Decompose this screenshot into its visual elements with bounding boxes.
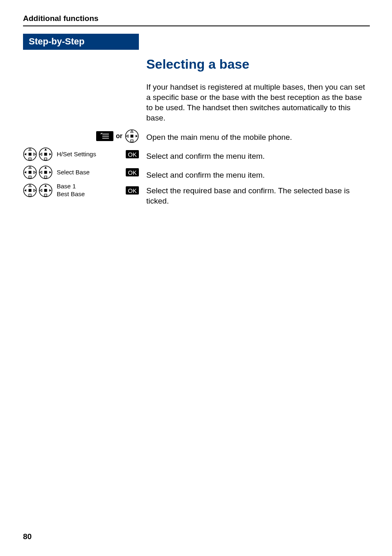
- svg-marker-25: [34, 171, 36, 174]
- svg-rect-20: [44, 153, 47, 156]
- svg-marker-7: [136, 135, 138, 137]
- svg-rect-8: [131, 135, 134, 138]
- ok-button-icon: OK: [126, 168, 139, 176]
- svg-marker-22: [29, 167, 31, 169]
- svg-marker-43: [49, 189, 51, 192]
- instruction-line: Open the main menu of the mobile phone.: [146, 129, 370, 145]
- nav-dpad-up-icon: [39, 165, 53, 179]
- step-row-open-menu: or: [23, 128, 139, 144]
- nav-dpad-down-icon: [23, 183, 37, 197]
- svg-marker-42: [40, 189, 42, 192]
- svg-rect-11: [29, 158, 31, 160]
- svg-marker-30: [40, 171, 42, 174]
- step-row-hset-settings: H/Set Settings OK: [23, 146, 139, 162]
- svg-rect-14: [29, 153, 32, 156]
- sidebar-column: Step-by-Step or: [23, 34, 139, 200]
- page-title: Selecting a base: [146, 57, 370, 72]
- svg-marker-12: [24, 153, 26, 155]
- svg-marker-34: [29, 185, 31, 187]
- svg-marker-19: [49, 153, 51, 155]
- svg-marker-37: [34, 189, 36, 192]
- step-by-step-label: Step-by-Step: [23, 34, 139, 50]
- svg-marker-13: [34, 153, 36, 155]
- svg-rect-35: [29, 194, 31, 196]
- svg-rect-26: [29, 171, 32, 174]
- svg-marker-28: [44, 167, 47, 169]
- page-number: 80: [23, 532, 32, 541]
- instruction-line: Select and confirm the menu item.: [146, 167, 370, 183]
- instruction-line: Select and confirm the menu item.: [146, 148, 370, 164]
- nav-dpad-up-icon: [39, 147, 53, 161]
- svg-marker-24: [24, 171, 26, 174]
- intro-paragraph: If your handset is registered at multipl…: [146, 82, 370, 123]
- section-header: Additional functions: [23, 14, 370, 26]
- nav-dpad-down-icon: [23, 165, 37, 179]
- menu-item-label: H/Set Settings: [53, 151, 126, 158]
- svg-marker-16: [44, 148, 47, 151]
- ok-button-icon: OK: [126, 150, 139, 158]
- svg-marker-40: [44, 185, 47, 187]
- step-row-base-choice: Base 1 Best Base OK: [23, 182, 139, 199]
- svg-rect-38: [29, 189, 32, 192]
- svg-rect-29: [44, 176, 47, 178]
- svg-marker-18: [40, 153, 42, 155]
- nav-dpad-down-icon: [23, 147, 37, 161]
- instruction-line: Select the required base and confirm. Th…: [146, 185, 370, 206]
- menu-item-label: Select Base: [53, 169, 126, 176]
- svg-rect-44: [44, 189, 47, 192]
- svg-marker-36: [24, 189, 26, 192]
- svg-rect-41: [44, 194, 47, 196]
- step-row-select-base: Select Base OK: [23, 164, 139, 181]
- svg-rect-17: [44, 158, 47, 160]
- svg-marker-4: [131, 130, 133, 132]
- ok-button-icon: OK: [126, 186, 139, 195]
- or-label: or: [116, 132, 122, 140]
- nav-dpad-right-icon: [125, 129, 139, 143]
- svg-rect-32: [44, 171, 47, 174]
- svg-marker-6: [126, 135, 128, 137]
- menu-icon: [96, 131, 113, 141]
- menu-item-label: Base 1 Best Base: [53, 183, 126, 198]
- svg-marker-10: [29, 148, 31, 151]
- svg-marker-31: [49, 171, 51, 174]
- svg-rect-5: [131, 140, 133, 142]
- svg-rect-23: [29, 176, 31, 178]
- content-column: Selecting a base If your handset is regi…: [146, 34, 370, 208]
- nav-dpad-up-icon: [39, 183, 53, 197]
